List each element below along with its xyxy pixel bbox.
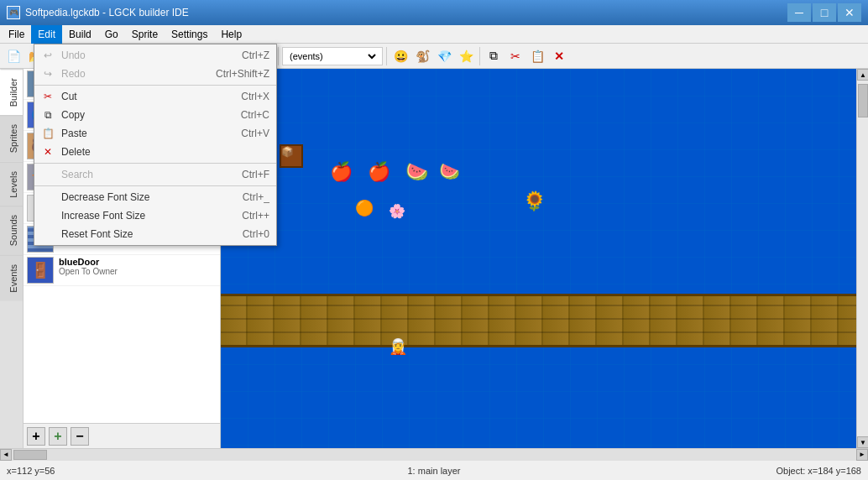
menu-item-search[interactable]: Search Ctrl+F [34, 165, 276, 184]
paste-label: Paste [61, 128, 87, 139]
increase-font-shortcut: Ctrl++ [225, 210, 269, 222]
menu-sprite[interactable]: Sprite [125, 25, 165, 44]
tab-levels[interactable]: Levels [0, 162, 23, 206]
sprite-apple2: 🍎 [368, 161, 390, 183]
cut-shortcut: Ctrl+X [224, 91, 269, 102]
minimize-button[interactable]: ─ [787, 3, 811, 22]
menu-item-undo[interactable]: ↩ Undo Ctrl+Z [34, 46, 276, 65]
tab-builder[interactable]: Builder [0, 69, 23, 115]
undo-shortcut: Ctrl+Z [225, 50, 269, 61]
scroll-left-button[interactable]: ◄ [0, 449, 12, 461]
sprite-panel-bottom: + + − [24, 423, 220, 448]
close-button[interactable]: ✕ [838, 3, 861, 22]
redo-label: Redo [61, 68, 86, 80]
scroll-down-button[interactable]: ▼ [857, 436, 868, 448]
menu-item-increase-font[interactable]: Increase Font Size Ctrl++ [34, 206, 276, 225]
app-icon: 🎮 [7, 6, 20, 19]
window-title: Softpedia.lgckdb - LGCK builder IDE [25, 7, 189, 18]
sprite-thumb-bluedoor: 🚪 [27, 257, 54, 284]
toolbar-sep-5 [386, 47, 387, 65]
undo-icon: ↩ [41, 49, 55, 62]
toolbar-new-button[interactable]: 📄 [3, 46, 24, 66]
delete-icon: ✕ [41, 145, 55, 159]
status-coords: x=112 y=56 [7, 466, 291, 476]
horizontal-scrollbar: ◄ ► [0, 448, 868, 460]
grid-overlay [221, 69, 856, 448]
increase-font-icon [41, 209, 55, 222]
scroll-track[interactable] [12, 449, 856, 461]
decrease-font-label: Decrease Font Size [61, 191, 149, 203]
menu-settings[interactable]: Settings [165, 25, 214, 44]
title-bar-left: 🎮 Softpedia.lgckdb - LGCK builder IDE [7, 6, 189, 19]
menu-item-decrease-font[interactable]: Decrease Font Size Ctrl+_ [34, 188, 276, 206]
search-icon [41, 168, 55, 181]
reset-font-shortcut: Ctrl+0 [226, 228, 269, 240]
left-tabs: Builder Sprites Levels Sounds Events [0, 69, 24, 448]
undo-label: Undo [61, 50, 86, 61]
sprite-watermelon2: 🍉 [439, 161, 460, 181]
menu-item-paste[interactable]: 📋 Paste Ctrl+V [34, 124, 276, 143]
toolbar-gem-button[interactable]: 💎 [434, 46, 454, 66]
menu-help[interactable]: Help [214, 25, 248, 44]
tab-sounds[interactable]: Sounds [0, 206, 23, 254]
scroll-up-button[interactable]: ▲ [857, 69, 868, 81]
add-sprite-button[interactable]: + [27, 427, 45, 446]
separator-2 [34, 163, 276, 164]
scroll-right-button[interactable]: ► [856, 449, 868, 461]
increase-font-label: Increase Font Size [61, 210, 145, 222]
scroll-thumb-area [857, 81, 868, 436]
toolbar-paste2-button[interactable]: 📋 [527, 46, 547, 66]
sprite-flower2: 🌸 [389, 203, 405, 219]
menu-file[interactable]: File [2, 25, 31, 44]
status-bar: x=112 y=56 1: main layer Object: x=184 y… [0, 460, 868, 480]
redo-shortcut: Ctrl+Shift+Z [199, 68, 269, 80]
decrease-font-icon [41, 190, 55, 204]
separator-3 [34, 185, 276, 186]
sprite-character: 🧝 [389, 337, 407, 356]
menu-item-copy[interactable]: ⧉ Copy Ctrl+C [34, 106, 276, 124]
scroll-thumb[interactable] [858, 84, 868, 117]
toolbar-copy2-button[interactable]: ⧉ [484, 46, 504, 66]
tab-events[interactable]: Events [0, 255, 23, 301]
separator-1 [34, 85, 276, 86]
menu-go[interactable]: Go [98, 25, 125, 44]
sprite-orange: 🟠 [355, 199, 374, 217]
toolbar-monkey-button[interactable]: 🐒 [412, 46, 432, 66]
copy-shortcut: Ctrl+C [224, 109, 269, 121]
delete-label: Delete [61, 146, 91, 158]
add-sprite-plus-button[interactable]: + [49, 427, 67, 446]
toolbar-sep-4 [278, 47, 279, 65]
search-shortcut: Ctrl+F [225, 169, 269, 180]
menu-item-redo[interactable]: ↪ Redo Ctrl+Shift+Z [34, 65, 276, 83]
tab-sprites[interactable]: Sprites [0, 115, 23, 161]
sprite-item-bluedoor[interactable]: 🚪 blueDoor Open To Owner [24, 255, 220, 286]
redo-icon: ↪ [41, 67, 55, 81]
title-bar-controls: ─ □ ✕ [787, 3, 861, 22]
reset-font-icon [41, 227, 55, 241]
search-label: Search [61, 169, 93, 180]
toolbar-cut2-button[interactable]: ✂ [505, 46, 526, 66]
maximize-button[interactable]: □ [813, 3, 836, 22]
cut-label: Cut [61, 91, 77, 102]
toolbar-delete2-button[interactable]: ✕ [549, 46, 569, 66]
canvas-area[interactable]: 📦 🍎 🍎 🍉 🍉 🌻 🟠 🌸 🧝 [221, 69, 856, 448]
remove-sprite-button[interactable]: − [71, 427, 89, 446]
events-dropdown[interactable]: (events) [282, 47, 383, 65]
sprite-watermelon: 🍉 [405, 161, 428, 183]
toolbar-face-button[interactable]: 😀 [390, 46, 410, 66]
sprite-type-bluedoor: Open To Owner [59, 267, 118, 276]
sprite-box: 📦 [280, 144, 303, 168]
menu-bar: File Edit Build Go Sprite Settings Help … [0, 25, 868, 44]
menu-edit[interactable]: Edit [31, 25, 62, 44]
events-select[interactable]: (events) [286, 50, 379, 62]
sprite-apple1: 🍎 [330, 161, 353, 183]
toolbar-star-button[interactable]: ⭐ [456, 46, 476, 66]
menu-item-delete[interactable]: ✕ Delete [34, 143, 276, 161]
menu-build[interactable]: Build [62, 25, 98, 44]
edit-dropdown-menu: ↩ Undo Ctrl+Z ↪ Redo Ctrl+Shift+Z ✂ Cut … [34, 44, 277, 246]
sprite-name-bluedoor: blueDoor [59, 257, 118, 267]
menu-item-reset-font[interactable]: Reset Font Size Ctrl+0 [34, 225, 276, 243]
menu-item-cut[interactable]: ✂ Cut Ctrl+X [34, 87, 276, 106]
paste-icon: 📋 [41, 127, 55, 140]
toolbar-sep-6 [479, 47, 480, 65]
